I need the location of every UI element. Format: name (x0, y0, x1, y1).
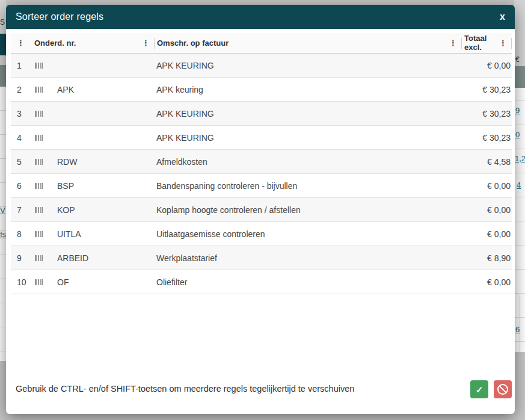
column-label: Onderd. nr. (34, 39, 76, 48)
column-menu-icon[interactable]: ⋮ (140, 39, 152, 47)
total-excl: € 30,23 (459, 109, 512, 119)
backdrop-green-block (0, 65, 6, 87)
backdrop-text-fragment: € (515, 55, 520, 64)
drag-handle-icon[interactable] (35, 63, 43, 69)
part-number: RDW (57, 157, 77, 167)
column-resize-handle[interactable] (154, 38, 155, 49)
dialog-titlebar: Sorteer order regels x (6, 5, 515, 29)
check-icon: ✓ (476, 385, 484, 394)
backdrop-link-fragment: fs (0, 230, 6, 239)
invoice-description: APK KEURING (152, 61, 459, 70)
invoice-description: Koplamp hoogte controleren / afstellen (152, 205, 459, 215)
invoice-description: Werkplaatstarief (152, 253, 459, 263)
total-excl: € 30,23 (459, 85, 512, 94)
part-number: KOP (57, 205, 75, 215)
drag-handle-icon[interactable] (35, 279, 43, 285)
column-label: Omschr. op factuur (157, 39, 229, 48)
table-row[interactable]: 10 OF Oliefilter € 0,00 (11, 270, 512, 294)
dialog-title: Sorteer order regels (16, 11, 103, 22)
row-number: 10 (11, 277, 34, 287)
column-resize-handle[interactable] (511, 38, 512, 49)
part-number-cell (34, 111, 152, 117)
backdrop-rows (0, 87, 6, 361)
header-cell-index: ⋮ (11, 33, 34, 53)
total-excl: € 0,00 (459, 205, 512, 215)
row-number: 4 (11, 133, 34, 143)
backdrop-left-edge: S V fs (0, 0, 6, 420)
part-number: ARBEID (57, 253, 88, 263)
table-row[interactable]: 6 BSP Bandenspaning controleren - bijvul… (11, 174, 512, 198)
backdrop-text-fragment: S (0, 18, 5, 26)
backdrop-right-edge: € 9 0 1,2 4 6 (514, 0, 525, 420)
cancel-button[interactable] (494, 380, 512, 398)
drag-handle-icon[interactable] (35, 231, 43, 237)
drag-handle-icon[interactable] (35, 87, 43, 93)
drag-handle-icon[interactable] (35, 183, 43, 189)
backdrop-link-fragment: 9 (515, 106, 520, 115)
total-excl: € 0,00 (459, 61, 512, 70)
column-menu-icon[interactable]: ⋮ (497, 39, 509, 47)
order-lines-table: ⋮ Onderd. nr. ⋮ Omschr. op factuur ⋮ Tot… (11, 33, 512, 294)
part-number: UITLA (57, 229, 81, 239)
header-cell-total-excl[interactable]: Totaal excl. ⋮ (459, 33, 512, 53)
backdrop-green-block (514, 66, 525, 88)
table-row[interactable]: 5 RDW Afmeldkosten € 4,58 (11, 150, 512, 174)
row-number: 9 (11, 253, 34, 263)
row-number: 3 (11, 109, 34, 119)
invoice-description: APK keuring (152, 85, 459, 94)
backdrop-link-fragment: 1,2 (515, 154, 525, 163)
part-number-cell: ARBEID (34, 253, 152, 263)
drag-handle-icon[interactable] (35, 255, 43, 261)
backdrop-teal-block (0, 34, 6, 55)
invoice-description: APK KEURING (152, 133, 459, 143)
invoice-description: Uitlaatgasemisse controleren (152, 229, 459, 239)
drag-handle-icon[interactable] (35, 111, 43, 117)
drag-handle-icon[interactable] (35, 207, 43, 213)
row-number: 5 (11, 157, 34, 167)
row-number: 6 (11, 181, 34, 191)
table-row[interactable]: 8 UITLA Uitlaatgasemisse controleren € 0… (11, 222, 512, 246)
header-cell-part-number[interactable]: Onderd. nr. ⋮ (34, 33, 152, 53)
backdrop-vline (520, 295, 520, 352)
total-excl: € 0,00 (459, 181, 512, 191)
table-row[interactable]: 7 KOP Koplamp hoogte controleren / afste… (11, 198, 512, 222)
part-number-cell: RDW (34, 157, 152, 167)
backdrop-grey-block (514, 352, 525, 420)
part-number-cell: APK (34, 85, 152, 94)
column-menu-icon[interactable]: ⋮ (15, 39, 26, 47)
table-body: 1 APK KEURING € 0,00 2 APK APK keuring €… (11, 54, 512, 294)
part-number-cell: UITLA (34, 229, 152, 239)
row-number: 1 (11, 61, 34, 70)
table-row[interactable]: 2 APK APK keuring € 30,23 (11, 78, 512, 102)
header-cell-invoice-description[interactable]: Omschr. op factuur ⋮ (152, 33, 459, 53)
backdrop-grey-block (514, 0, 525, 54)
close-icon[interactable]: x (500, 12, 505, 22)
part-number-cell: OF (34, 277, 152, 287)
multi-select-hint: Gebruik de CTRL- en/of SHIFT-toetsen om … (16, 380, 354, 398)
part-number-cell (34, 63, 152, 69)
backdrop-grey-block (0, 361, 6, 420)
part-number-cell: BSP (34, 181, 152, 191)
row-number: 2 (11, 85, 34, 94)
block-icon (497, 384, 508, 395)
invoice-description: Afmeldkosten (152, 157, 459, 167)
table-row[interactable]: 3 APK KEURING € 30,23 (11, 102, 512, 126)
confirm-button[interactable]: ✓ (470, 380, 488, 398)
drag-handle-icon[interactable] (35, 135, 43, 141)
total-excl: € 0,00 (459, 229, 512, 239)
invoice-description: Oliefilter (152, 277, 459, 287)
table-row[interactable]: 9 ARBEID Werkplaatstarief € 8,90 (11, 246, 512, 270)
invoice-description: Bandenspaning controleren - bijvullen (152, 181, 459, 191)
total-excl: € 30,23 (459, 133, 512, 143)
part-number-cell (34, 135, 152, 141)
row-number: 8 (11, 229, 34, 239)
column-resize-handle[interactable] (461, 38, 462, 49)
table-row[interactable]: 1 APK KEURING € 0,00 (11, 54, 512, 78)
total-excl: € 0,00 (459, 277, 512, 287)
column-menu-icon[interactable]: ⋮ (447, 39, 459, 47)
drag-handle-icon[interactable] (35, 159, 43, 165)
table-row[interactable]: 4 APK KEURING € 30,23 (11, 126, 512, 150)
total-excl: € 4,58 (459, 157, 512, 167)
part-number: BSP (57, 181, 74, 191)
part-number: APK (57, 85, 74, 94)
